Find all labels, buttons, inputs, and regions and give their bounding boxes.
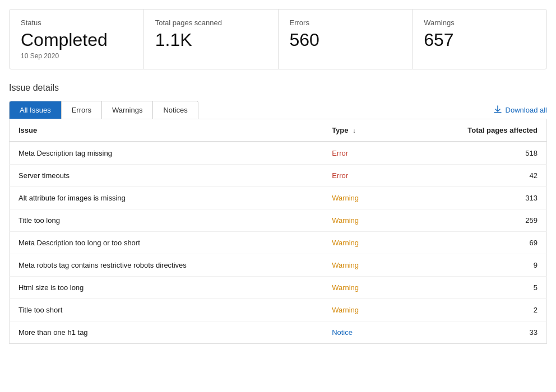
tabs-container: All Issues Errors Warnings Notices xyxy=(9,101,198,119)
type-cell: Warning xyxy=(323,254,399,277)
stat-errors: Errors 560 xyxy=(279,10,413,69)
warnings-value: 657 xyxy=(424,30,535,50)
table-row: Html size is too longWarning5 xyxy=(10,277,547,299)
col-issue: Issue xyxy=(10,119,323,142)
col-pages: Total pages affected xyxy=(399,119,547,142)
status-value: Completed xyxy=(21,30,132,50)
stat-warnings: Warnings 657 xyxy=(413,10,546,69)
table-header-row: Issue Type ↓ Total pages affected xyxy=(10,119,547,142)
type-cell: Warning xyxy=(323,209,399,232)
col-type[interactable]: Type ↓ xyxy=(323,119,399,142)
pages-value: 1.1K xyxy=(155,30,267,50)
tab-notices[interactable]: Notices xyxy=(153,101,197,119)
tab-warnings[interactable]: Warnings xyxy=(102,101,153,119)
errors-label: Errors xyxy=(290,18,401,27)
type-cell: Warning xyxy=(323,277,399,299)
download-icon xyxy=(493,105,502,114)
issue-cell: Title too long xyxy=(10,209,323,232)
pages-cell: 69 xyxy=(399,232,547,254)
table-row: Title too shortWarning2 xyxy=(10,299,547,321)
table-row: Meta Description too long or too shortWa… xyxy=(10,232,547,254)
table-body: Meta Description tag missingError518Serv… xyxy=(10,142,547,344)
section-title: Issue details xyxy=(9,83,547,93)
type-cell: Warning xyxy=(323,187,399,209)
pages-cell: 33 xyxy=(399,321,547,344)
warnings-label: Warnings xyxy=(424,18,535,27)
table-row: Title too longWarning259 xyxy=(10,209,547,232)
tab-errors[interactable]: Errors xyxy=(62,101,102,119)
pages-cell: 259 xyxy=(399,209,547,232)
pages-cell: 518 xyxy=(399,142,547,165)
sort-icon: ↓ xyxy=(353,127,356,134)
table-row: Alt attribute for images is missingWarni… xyxy=(10,187,547,209)
issue-cell: Title too short xyxy=(10,299,323,321)
pages-cell: 2 xyxy=(399,299,547,321)
issue-cell: Meta robots tag contains restrictive rob… xyxy=(10,254,323,277)
download-all-button[interactable]: Download all xyxy=(493,105,547,114)
issues-table: Issue Type ↓ Total pages affected Meta D… xyxy=(9,119,547,344)
type-cell: Notice xyxy=(323,321,399,344)
download-all-label: Download all xyxy=(506,106,547,114)
status-label: Status xyxy=(21,18,132,27)
errors-value: 560 xyxy=(290,30,401,50)
tab-all-issues[interactable]: All Issues xyxy=(10,101,62,119)
type-cell: Error xyxy=(323,142,399,165)
stat-status: Status Completed 10 Sep 2020 xyxy=(10,10,144,69)
issue-cell: More than one h1 tag xyxy=(10,321,323,344)
type-cell: Warning xyxy=(323,232,399,254)
stat-pages: Total pages scanned 1.1K xyxy=(144,10,279,69)
type-cell: Warning xyxy=(323,299,399,321)
issue-cell: Meta Description too long or too short xyxy=(10,232,323,254)
pages-cell: 42 xyxy=(399,165,547,187)
pages-cell: 5 xyxy=(399,277,547,299)
pages-label: Total pages scanned xyxy=(155,18,267,27)
stats-row: Status Completed 10 Sep 2020 Total pages… xyxy=(9,9,547,69)
issue-cell: Html size is too long xyxy=(10,277,323,299)
pages-cell: 313 xyxy=(399,187,547,209)
table-row: Server timeoutsError42 xyxy=(10,165,547,187)
table-row: More than one h1 tagNotice33 xyxy=(10,321,547,344)
issue-cell: Server timeouts xyxy=(10,165,323,187)
table-row: Meta robots tag contains restrictive rob… xyxy=(10,254,547,277)
issue-cell: Alt attribute for images is missing xyxy=(10,187,323,209)
tabs-row: All Issues Errors Warnings Notices Downl… xyxy=(9,101,547,119)
pages-cell: 9 xyxy=(399,254,547,277)
type-cell: Error xyxy=(323,165,399,187)
status-date: 10 Sep 2020 xyxy=(21,52,132,60)
issue-cell: Meta Description tag missing xyxy=(10,142,323,165)
table-row: Meta Description tag missingError518 xyxy=(10,142,547,165)
